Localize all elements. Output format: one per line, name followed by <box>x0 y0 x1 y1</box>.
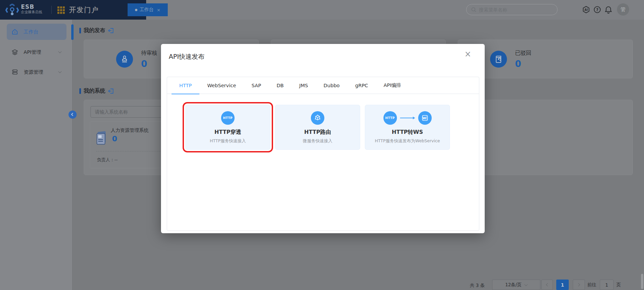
ai-assistant-icon[interactable]: AI <box>582 6 590 14</box>
layers-icon <box>11 49 18 55</box>
tab-grpc[interactable]: gRPC <box>347 77 376 94</box>
system-count: 0 <box>112 135 117 143</box>
modal-title: API快速发布 <box>169 52 205 61</box>
my-publish-title: 我的发布 <box>79 27 114 34</box>
system-name: 人力资源管理系统 <box>111 127 149 134</box>
option-title: HTTP路由 <box>304 129 331 136</box>
chevron-down-icon <box>525 283 528 286</box>
chevron-down-icon <box>58 50 62 53</box>
cube-icon <box>311 111 324 125</box>
stat-label: 已驳回 <box>515 50 531 57</box>
svg-text:W: W <box>422 116 426 120</box>
help-icon[interactable]: ? <box>593 6 601 14</box>
jump-link-icon[interactable] <box>108 28 114 33</box>
sidebar: 工作台 API管理 资源管理 <box>0 20 73 290</box>
tab-workbench[interactable]: 工作台 × <box>128 3 168 16</box>
my-publish-title-text: 我的发布 <box>84 27 105 34</box>
tab-dubbo[interactable]: Dubbo <box>316 77 348 94</box>
title-accent-bar <box>79 28 81 33</box>
logo-title: ESB <box>21 4 42 10</box>
chevron-down-icon <box>58 70 62 73</box>
protocol-tabs: HTTP WebService SAP DB JMS Dubbo gRPC AP… <box>167 77 479 94</box>
sidebar-item-workbench[interactable]: 工作台 <box>7 24 66 40</box>
logo-text: ESB 企业服务总线 <box>21 4 42 14</box>
tab-api-orchestration[interactable]: API编排 <box>376 77 409 94</box>
title-accent-bar <box>79 88 81 94</box>
tab-jms[interactable]: JMS <box>292 77 316 94</box>
server-icon <box>11 69 18 75</box>
option-http-passthrough[interactable]: HTTP HTTP穿透 HTTP服务快速接入 <box>185 105 270 150</box>
system-owner: 负责人：-- <box>97 157 117 163</box>
brand-divider <box>51 6 52 14</box>
tab-close-icon[interactable]: × <box>157 7 161 13</box>
option-http-route[interactable]: HTTP路由 微服务快速接入 <box>275 105 360 150</box>
option-subtitle: 微服务快速接入 <box>303 138 332 144</box>
goto-label: 前往 <box>587 282 596 288</box>
publish-options-row: HTTP HTTP穿透 HTTP服务快速接入 HTTP路由 微服务 <box>185 105 479 150</box>
tab-http[interactable]: HTTP <box>171 77 199 94</box>
avatar[interactable]: 管 <box>617 3 629 16</box>
api-quick-publish-modal: API快速发布 × HTTP WebService SAP DB JMS Dub… <box>161 44 485 233</box>
tab-db[interactable]: DB <box>269 77 291 94</box>
scrollbar-thumb[interactable] <box>71 24 74 40</box>
goto-page-box[interactable]: 1 <box>600 280 614 290</box>
vertical-scrollbar-thumb[interactable] <box>641 274 643 289</box>
stamp-icon <box>116 51 133 68</box>
goto-page-value: 1 <box>605 282 608 288</box>
modal-close-icon[interactable]: × <box>464 50 471 58</box>
jump-link-icon[interactable] <box>108 88 114 94</box>
option-title: HTTP穿透 <box>214 129 241 136</box>
sidebar-item-resource[interactable]: 资源管理 <box>7 64 66 80</box>
page-number-active[interactable]: 1 <box>556 280 569 290</box>
goto-suffix: 页 <box>616 282 621 288</box>
chevron-right-icon <box>577 283 580 287</box>
rejected-doc-icon <box>490 51 507 68</box>
tab-webservice[interactable]: WebService <box>199 77 244 94</box>
http-badge-icon: HTTP <box>383 111 397 125</box>
option-subtitle: HTTP服务快速接入 <box>210 138 246 144</box>
logo-subtitle: 企业服务总线 <box>21 10 42 14</box>
brand-block: ESB 企业服务总线 开发门户 <box>0 0 146 20</box>
esb-logo-icon <box>5 4 19 16</box>
home-icon <box>11 28 18 35</box>
chevron-left-icon <box>546 283 549 287</box>
system-notebook-icon <box>96 130 106 145</box>
http-badge-icon: HTTP <box>221 111 235 125</box>
stat-card-text: 待审核 0 <box>141 50 157 68</box>
stat-card-text: 已驳回 0 <box>515 50 531 68</box>
stat-count: 0 <box>141 59 157 68</box>
search-icon <box>471 7 476 12</box>
stat-count: 0 <box>515 59 531 68</box>
sidebar-item-label: API管理 <box>24 49 41 55</box>
menu-search-input[interactable] <box>479 7 546 13</box>
option-http-to-ws[interactable]: HTTP W HTTP转WS HTT <box>365 105 450 150</box>
stat-label: 待审核 <box>141 50 157 57</box>
chevron-left-icon <box>71 113 75 116</box>
page-size-select[interactable]: 12条/页 <box>492 280 540 290</box>
modal-body-card: HTTP WebService SAP DB JMS Dubbo gRPC AP… <box>167 77 479 231</box>
svg-text:?: ? <box>596 7 598 12</box>
next-page-button[interactable] <box>573 280 585 290</box>
notification-bell-icon[interactable] <box>605 6 612 14</box>
portal-title: 开发门户 <box>69 5 99 15</box>
tab-workbench-label: 工作台 <box>140 7 154 13</box>
option-subtitle: HTTP服务快速发布为WebService <box>375 138 440 144</box>
sidebar-collapse-button[interactable] <box>69 111 77 119</box>
sidebar-item-label: 资源管理 <box>24 69 43 75</box>
prev-page-button[interactable] <box>541 280 553 290</box>
sidebar-item-label: 工作台 <box>24 29 38 35</box>
option-title: HTTP转WS <box>392 129 423 136</box>
top-header: ESB 企业服务总线 开发门户 工作台 × AI ? <box>0 0 644 20</box>
pagination-total: 共 3 条 <box>470 283 485 289</box>
my-system-title: 我的系统 <box>79 88 114 95</box>
svg-text:AI: AI <box>585 8 588 11</box>
arrow-right-icon <box>400 117 415 119</box>
sidebar-item-api[interactable]: API管理 <box>7 44 66 60</box>
tab-active-dot <box>135 9 137 11</box>
my-system-title-text: 我的系统 <box>84 88 105 95</box>
ws-doc-icon: W <box>418 111 432 125</box>
portal-grid-icon <box>57 6 65 14</box>
page-size-value: 12条/页 <box>505 282 522 288</box>
tab-sap[interactable]: SAP <box>244 77 269 94</box>
menu-search[interactable] <box>466 4 558 15</box>
